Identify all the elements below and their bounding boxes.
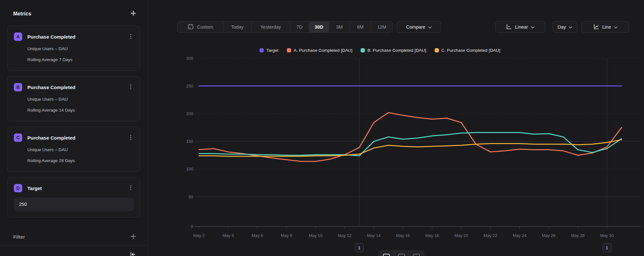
range-tab-yesterday[interactable]: Yesterday bbox=[251, 22, 290, 32]
range-tab-label: Today bbox=[231, 24, 244, 30]
series-line-1[interactable] bbox=[199, 113, 621, 161]
chevron-down-icon bbox=[569, 24, 572, 30]
filter-section-header: Filter bbox=[13, 233, 136, 240]
chevron-down-icon bbox=[614, 24, 618, 30]
metric-menu-button[interactable] bbox=[128, 185, 133, 192]
panel-icon bbox=[383, 254, 390, 256]
collapse-sidebar-button[interactable] bbox=[129, 251, 136, 256]
metric-badge-d: D bbox=[14, 184, 22, 192]
y-axis-label: 0 bbox=[191, 224, 193, 229]
chevron-down-icon bbox=[428, 24, 432, 30]
range-tab-12m[interactable]: 12M bbox=[371, 22, 393, 32]
x-axis-label: May 10 bbox=[309, 233, 323, 238]
annotation-badge-label: 1 bbox=[358, 245, 361, 250]
target-card[interactable]: D Target bbox=[7, 177, 140, 217]
y-axis-label: 250 bbox=[186, 84, 193, 88]
metric-event-label: Unique Users – DAU bbox=[27, 46, 133, 52]
y-axis-label: 150 bbox=[186, 139, 193, 144]
metric-event-label: Unique Users – DAU bbox=[27, 147, 133, 153]
metric-rollup-label: Rolling Average 28 Days bbox=[27, 158, 133, 164]
linear-axis-icon bbox=[506, 23, 512, 31]
x-axis-label: May 26 bbox=[542, 233, 556, 238]
metric-card-b[interactable]: B Purchase Completed Unique Users – DAU … bbox=[7, 76, 140, 121]
metrics-sidebar: Metrics A Purchase Completed Unique User… bbox=[0, 0, 148, 256]
range-tab-label: 12M bbox=[377, 24, 386, 30]
chart-type-select-button[interactable]: Line bbox=[582, 21, 629, 33]
x-axis-label: May 4 bbox=[223, 233, 234, 238]
x-axis-label: May 20 bbox=[454, 233, 468, 238]
metric-name: Purchase Completed bbox=[27, 34, 128, 40]
collapse-left-icon bbox=[129, 251, 136, 256]
x-axis-label: May 30 bbox=[600, 233, 614, 238]
x-axis-label: May 18 bbox=[425, 233, 439, 238]
line-chart-icon bbox=[593, 23, 599, 31]
plus-icon bbox=[130, 10, 136, 17]
chart-size-option-small[interactable] bbox=[409, 251, 424, 256]
chart-type-select-label: Line bbox=[602, 24, 611, 30]
target-value-input[interactable] bbox=[14, 197, 134, 211]
range-tab-3m[interactable]: 3M bbox=[329, 22, 350, 32]
x-axis-label: May 8 bbox=[281, 233, 292, 238]
metric-event-label: Unique Users – DAU bbox=[27, 96, 133, 102]
metric-menu-button[interactable] bbox=[128, 134, 133, 141]
sidebar-header: Metrics bbox=[13, 10, 136, 17]
metric-badge-b: B bbox=[14, 83, 22, 91]
add-filter-button[interactable] bbox=[130, 233, 136, 240]
x-axis-label: May 6 bbox=[251, 233, 263, 238]
metric-menu-button[interactable] bbox=[128, 84, 133, 91]
panel-icon bbox=[398, 254, 405, 256]
compare-button-label: Compare bbox=[406, 24, 425, 30]
annotation-badge-label: 1 bbox=[606, 245, 608, 250]
y-axis-label: 100 bbox=[186, 167, 193, 171]
metric-badge-a: A bbox=[14, 32, 22, 41]
y-axis-label: 50 bbox=[189, 195, 193, 199]
add-metric-button[interactable] bbox=[130, 10, 136, 17]
series-line-3[interactable] bbox=[199, 140, 621, 156]
kebab-vertical-icon bbox=[128, 33, 133, 40]
x-axis-label: May 2 bbox=[193, 233, 204, 238]
metric-menu-button[interactable] bbox=[128, 33, 133, 40]
kebab-vertical-icon bbox=[128, 84, 133, 91]
range-tab-7d[interactable]: 7D bbox=[290, 22, 309, 32]
metric-name: Purchase Completed bbox=[27, 135, 128, 141]
range-tab-label: Yesterday bbox=[260, 24, 281, 30]
x-axis-label: May 24 bbox=[513, 233, 526, 238]
metric-name: Purchase Completed bbox=[27, 85, 128, 90]
panel-icon bbox=[413, 254, 420, 256]
chart-canvas[interactable]: 050100150200250300May 2May 4May 6May 8Ma… bbox=[148, 39, 644, 256]
range-tab-custom[interactable]: Custom bbox=[177, 22, 223, 32]
interval-select-label: Day bbox=[558, 24, 566, 30]
x-axis-label: May 28 bbox=[571, 233, 585, 238]
chevron-down-icon bbox=[531, 24, 535, 30]
date-range-segmented-control: CustomTodayYesterday7D30D3M6M12M bbox=[177, 21, 393, 33]
chart-size-option-medium[interactable] bbox=[394, 251, 409, 256]
kebab-vertical-icon bbox=[128, 185, 133, 192]
range-tab-label: 3M bbox=[336, 24, 343, 30]
plus-icon bbox=[130, 233, 136, 240]
chart-size-option-large[interactable] bbox=[379, 251, 394, 256]
metric-rollup-label: Rolling Average 14 Days bbox=[27, 107, 133, 113]
interval-select-button[interactable]: Day bbox=[553, 21, 577, 33]
x-axis-label: May 22 bbox=[484, 233, 497, 238]
x-axis-label: May 12 bbox=[338, 233, 352, 238]
range-tab-label: 30D bbox=[315, 24, 323, 30]
calendar-icon bbox=[187, 23, 194, 31]
filter-title: Filter bbox=[13, 234, 25, 240]
x-axis-label: May 14 bbox=[367, 233, 381, 238]
sidebar-divider bbox=[0, 245, 148, 245]
metric-card-c[interactable]: C Purchase Completed Unique Users – DAU … bbox=[7, 127, 140, 172]
compare-button[interactable]: Compare bbox=[397, 21, 441, 33]
range-tab-30d[interactable]: 30D bbox=[309, 22, 329, 32]
scale-select-button[interactable]: Linear bbox=[495, 21, 545, 33]
metric-badge-c: C bbox=[14, 133, 22, 142]
range-tab-today[interactable]: Today bbox=[223, 22, 251, 32]
range-tab-label: 6M bbox=[357, 24, 364, 30]
range-tab-6m[interactable]: 6M bbox=[350, 22, 371, 32]
range-tab-label: 7D bbox=[297, 24, 303, 30]
kebab-vertical-icon bbox=[128, 134, 133, 141]
metric-rollup-label: Rolling Average 7 Days bbox=[27, 57, 133, 63]
metric-card-a[interactable]: A Purchase Completed Unique Users – DAU … bbox=[7, 26, 140, 71]
y-axis-label: 200 bbox=[186, 111, 193, 116]
y-axis-label: 300 bbox=[186, 56, 193, 61]
target-name: Target bbox=[27, 186, 128, 191]
